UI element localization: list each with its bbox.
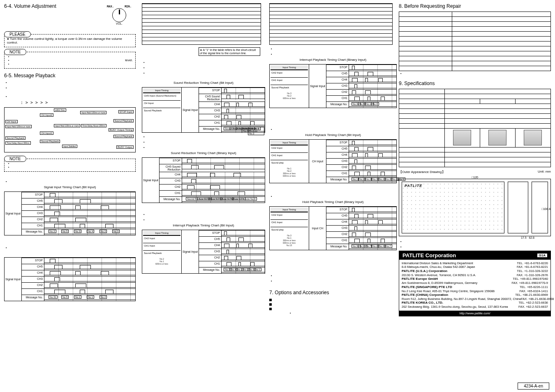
sec-7-title: 7. Options and Accessories	[269, 290, 397, 295]
please-pill: PLEASE	[4, 31, 31, 37]
please-text: ● Turn the volume control lightly, a tor…	[7, 37, 133, 44]
outer-app-title: 【Outer Appearance Drawing】	[399, 170, 445, 174]
vol-min: MIN.	[125, 5, 132, 8]
c6-title: Interrupt Playback Timing Chart (Binary …	[269, 58, 397, 62]
note2-pill: NOTE	[4, 156, 26, 162]
c7-title: Hold Playback Timing Chart (Bit Input)	[269, 133, 397, 137]
diag-td2: Time Delay About 200ms	[81, 124, 106, 127]
diag-ih3: Input Held 100ms or more	[80, 111, 106, 114]
diag-stop: STOP Input	[118, 110, 134, 113]
diag-ci1: CH Input1	[40, 131, 53, 135]
col3d2	[271, 279, 397, 282]
diag-spb4: Sound Playback	[113, 135, 134, 138]
col2b8	[143, 218, 265, 221]
diag-ci2: CH Input2	[40, 113, 53, 117]
diag-td1: Time Delay About 300ms	[5, 141, 31, 145]
corp-url: http://www.patlite.com/	[399, 311, 550, 316]
vol-max: MAX.	[107, 5, 114, 8]
col2b2	[143, 66, 265, 69]
chart-sr-binary: Signal InputSTOPCH5 Sound ReductionCH4CH…	[142, 157, 265, 203]
spec-img-1	[453, 130, 471, 145]
chart-hold-binary: Input TimingCH2 InputCH1 InputSound play…	[269, 206, 397, 250]
corp-name: PATLITE Corporation	[402, 252, 456, 258]
c1-title: Signal Input Timing Chart (Bit Input)	[4, 185, 136, 189]
chart-int-bit: Input TimingCH2 InputCH1 InputSound Play…	[142, 230, 265, 274]
col2b7	[143, 213, 265, 216]
dim-side: □108.8	[541, 208, 550, 210]
dim-d2: 62.8	[529, 236, 534, 239]
dwg-n2	[400, 245, 551, 248]
detailed-timing-diagram: CH Input Sound Playback Input Held 100ms…	[4, 107, 136, 152]
col3b1	[271, 128, 397, 131]
col3a2	[271, 53, 397, 55]
diag-snd-pb: Sound Playback	[5, 136, 25, 140]
chart-sr-bit: Input TimingCH5 Input (Sound Reduction)C…	[142, 87, 265, 133]
note1-pill: NOTE	[4, 49, 26, 55]
dim-top: □120	[399, 176, 551, 179]
c2-lead	[6, 246, 136, 249]
chart-int-binary: Input TimingCH2 InputCH1 InputSound Play…	[269, 64, 397, 108]
sec8-note	[400, 72, 551, 75]
diag-ch-input: CH Input	[5, 120, 18, 123]
sec-8-title: 8. Before Requesting Repair	[399, 3, 551, 9]
sec-6-5-title: 6-5. Message Playback	[4, 73, 136, 78]
mp-bul2	[6, 86, 136, 89]
spec-img-2	[488, 130, 506, 145]
col2b6	[143, 146, 265, 149]
col3d1	[271, 274, 397, 277]
sec-9-title: 9. Specifications	[399, 81, 551, 86]
dwg-brand: PATLITE	[405, 184, 422, 188]
outer-appearance-drawing: □120 PATLITE □108.8 17.5 62.8	[399, 176, 551, 239]
col3c1	[271, 195, 397, 198]
c5-title: Interrupt Playback Timing Chart (Bit Inp…	[142, 224, 265, 227]
doc-id: 4234-A-en	[518, 383, 549, 390]
col2b5	[143, 141, 265, 143]
diag-spb3: Sound Playback	[113, 119, 134, 122]
col2b1	[143, 61, 265, 64]
blank-table-1	[142, 3, 261, 45]
corp-g1a: G1A	[537, 254, 547, 257]
chart-binary-signal: Signal InputSTOPCH5CH4CH3CH2CH1Message N…	[4, 257, 136, 301]
dwg-n1	[400, 240, 551, 243]
diag-ih2: Input Held 100ms or more	[54, 124, 80, 127]
dim-d1: 17.5	[521, 236, 527, 239]
note1-li3	[13, 62, 133, 66]
diag-ih1: Input Held 100ms or more	[5, 125, 32, 128]
diag-w5: within 5ms	[54, 108, 66, 112]
col2b3	[143, 71, 265, 74]
vol-label: VOL.	[107, 22, 132, 25]
col2b4	[143, 135, 265, 138]
note1-li2: level.	[13, 58, 133, 62]
diag-busy-o: BUSY Output	[116, 145, 134, 149]
blank-table-2	[269, 3, 393, 45]
spec-img-3	[524, 130, 542, 145]
sec7-list	[269, 298, 397, 311]
spec-table	[399, 89, 551, 167]
volume-dial: MAX.MIN. VOL.	[107, 5, 132, 25]
diag-spb2: Sound Playback	[40, 140, 60, 143]
table-footnote: ※ A "1" in the table refers to the short…	[199, 47, 260, 56]
chart-hold-bit: Input TimingCH2 InputCH1 InputSound play…	[269, 139, 397, 183]
priority-arrows: : > > > > >	[21, 100, 136, 105]
corporation-block: PATLITE Corporation G1A International Di…	[399, 251, 551, 316]
diag-is: Input Stabiled	[62, 145, 77, 148]
mp-bul1	[6, 81, 136, 84]
c1-lead	[6, 180, 136, 183]
c4-title: Sound Reduction Timing Chart (Binary Inp…	[142, 151, 265, 155]
note1-li1	[13, 55, 133, 58]
repair-table	[399, 12, 551, 71]
col3a1	[271, 47, 397, 50]
diag-busy-t: BUSY Output Timing	[109, 128, 134, 131]
c8-title: Hold Playback Timing Chart (Binary Input…	[269, 200, 397, 204]
chart-bit-signal: Signal InputSTOPCH5CH4CH3CH2CH1Message N…	[4, 191, 136, 235]
mp-bul3	[6, 95, 136, 98]
c3-title: Sound Reduction Timing Chart (Bit Input)	[142, 81, 265, 85]
sec7-sub	[290, 311, 397, 314]
outer-app-unit: Unit: mm	[538, 170, 551, 174]
